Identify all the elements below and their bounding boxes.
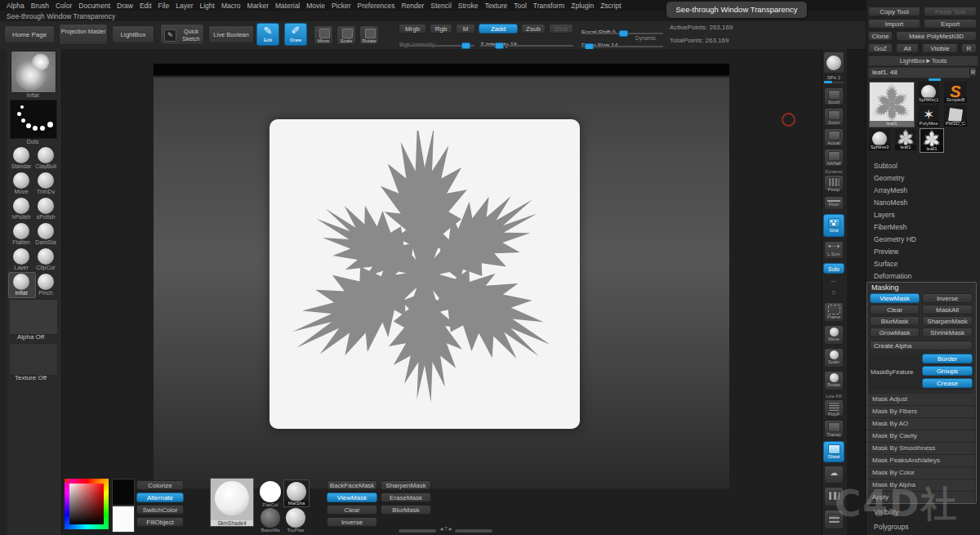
brush-spolish[interactable]: sPolish — [34, 198, 57, 220]
canvas-hscroll-handle[interactable]: ◄T► — [439, 526, 453, 532]
mask-by-ao-item[interactable]: Mask By AO — [867, 417, 974, 430]
ghost-button[interactable]: Ghost — [823, 441, 844, 462]
secondary-color-swatch[interactable] — [112, 506, 135, 533]
apply-item[interactable]: Apply — [867, 491, 974, 503]
texture-slot[interactable] — [9, 343, 58, 376]
goz-button[interactable]: GoZ — [868, 43, 893, 53]
make-polymesh3d-button[interactable]: Make PolyMesh3D — [896, 31, 977, 41]
mrgb-button[interactable]: Mrgb — [399, 24, 426, 33]
menu-render[interactable]: Render — [401, 2, 424, 10]
persp-button[interactable]: Persp — [824, 175, 844, 191]
section-nanomesh[interactable]: NanoMesh — [867, 197, 980, 209]
current-brush-thumbnail[interactable] — [11, 51, 56, 93]
brush-damstandard[interactable]: DamSta — [34, 223, 57, 245]
menu-edit[interactable]: Edit — [140, 2, 152, 10]
brush-standard[interactable]: Standar — [10, 147, 33, 169]
grid-mode-button[interactable]: Grid — [823, 214, 844, 237]
shelf-move-button[interactable]: Move — [824, 325, 844, 345]
quick-material-matsha[interactable]: MatSha — [283, 479, 310, 507]
main-color-swatch[interactable] — [112, 479, 135, 506]
brush-clipcurve[interactable]: ClipCur — [34, 248, 57, 270]
quick-material-toyplas[interactable]: ToyPlas — [283, 508, 308, 533]
menu-picker[interactable]: Picker — [332, 2, 351, 10]
menu-alpha[interactable]: Alpha — [7, 2, 24, 10]
stroke-thumbnail[interactable] — [10, 100, 57, 139]
polyframe-button[interactable]: PolyF — [824, 399, 844, 417]
brush-layer[interactable]: Layer — [10, 248, 33, 270]
actual-button[interactable]: Actual — [824, 128, 844, 146]
scroll-button[interactable]: Scroll — [824, 87, 844, 105]
edit-button[interactable]: ✎ Edit — [256, 23, 279, 46]
mask-by-color-item[interactable]: Mask By Color — [867, 466, 974, 479]
bpr-render-button[interactable] — [823, 51, 844, 74]
inverse-bottom-button[interactable]: Inverse — [327, 517, 377, 527]
mask-by-alpha-item[interactable]: Mask By Alpha — [867, 479, 974, 491]
widget-magnifier-icon[interactable]: ○ — [828, 288, 840, 297]
menu-light[interactable]: Light — [200, 2, 215, 10]
current-material-thumbnail[interactable]: SkinShade4 — [210, 478, 254, 527]
focal-shift-slider[interactable]: Focal Shift 0 — [581, 23, 665, 35]
tool-thumb-polymesh-star[interactable]: ✶ PolyMes — [918, 105, 939, 127]
menu-file[interactable]: File — [158, 2, 170, 10]
brush-inflat[interactable]: Inflat — [10, 274, 33, 296]
section-surface[interactable]: Surface — [867, 258, 980, 270]
menu-brush[interactable]: Brush — [31, 2, 49, 10]
lightbox-tools-bar[interactable]: LightBox►Tools — [868, 56, 978, 66]
tool-thumb-simplebrush[interactable]: S SimpleB — [944, 82, 967, 103]
local-symmetry-button[interactable]: ⇠⇢L.Sym — [824, 241, 844, 259]
zoom-button[interactable]: Zoom — [824, 108, 844, 126]
menu-layer[interactable]: Layer — [176, 2, 193, 10]
tool-thumb-leaf-selected[interactable]: leaf1 — [920, 128, 944, 153]
home-page-button[interactable]: Home Page — [4, 25, 55, 43]
menu-zplugin[interactable]: Zplugin — [571, 2, 594, 10]
draw-button[interactable]: ✐ Draw — [284, 23, 307, 46]
menu-document[interactable]: Document — [78, 2, 110, 10]
xpose-button[interactable] — [824, 487, 844, 506]
tool-thumb-sphere3[interactable]: Sphere3 — [869, 129, 890, 150]
section-geometry[interactable]: Geometry — [867, 172, 980, 185]
section-preview[interactable]: Preview — [867, 246, 980, 258]
tool-thumb-leaf-a[interactable]: leaf1 — [895, 129, 916, 150]
create-alpha-button[interactable]: Create Alpha — [870, 341, 973, 350]
color-picker[interactable] — [65, 479, 109, 529]
switchcolor-button[interactable]: SwitchColor — [136, 505, 184, 515]
mask-adjust-item[interactable]: Mask Adjust — [867, 393, 974, 405]
zadd-button[interactable]: Zadd — [479, 24, 518, 33]
viewmask-bottom-button[interactable]: ViewMask — [327, 493, 377, 502]
section-arraymesh[interactable]: ArrayMesh — [867, 185, 980, 197]
fillobject-button[interactable]: FillObject — [136, 517, 184, 527]
section-polygroups[interactable]: Polygroups — [867, 521, 980, 533]
groups-button[interactable]: Groups — [922, 366, 973, 376]
section-layers[interactable]: Layers — [867, 209, 980, 221]
rgb-button[interactable]: Rgb — [430, 24, 452, 33]
frame-button[interactable]: Frame — [824, 302, 844, 322]
aahalf-button[interactable]: AAHalf — [824, 149, 844, 167]
clone-button[interactable]: Clone — [868, 31, 893, 41]
section-deformation[interactable]: Deformation — [867, 270, 980, 283]
menu-macro[interactable]: Macro — [221, 2, 241, 10]
active-tool-thumbnail[interactable]: leaf1 — [869, 82, 915, 127]
alpha-slot[interactable] — [9, 299, 58, 335]
clear-button[interactable]: Clear — [870, 305, 920, 314]
blurmask-bottom-button[interactable]: BlurMask — [381, 505, 431, 515]
colorize-button[interactable]: Colorize — [136, 480, 184, 490]
paste-tool-button[interactable]: Paste Tool — [924, 7, 977, 16]
section-fibermesh[interactable]: FiberMesh — [867, 221, 980, 234]
tool-thumb-sphere1[interactable]: Sphere(1 — [918, 82, 939, 103]
see-through-tooltip-button[interactable]: See-through Window Transparency — [666, 2, 807, 18]
shelf-rotate-button[interactable]: Rotate — [824, 371, 844, 390]
brush-hpolish[interactable]: hPolish — [10, 198, 33, 220]
dynamic-persp-label[interactable]: Dynamic — [822, 169, 846, 174]
menu-tool[interactable]: Tool — [514, 2, 527, 10]
rotate-gyro-button[interactable]: Rotate — [359, 25, 379, 45]
menu-material[interactable]: Material — [275, 2, 300, 10]
active-tool-header[interactable]: leaf1. 48 — [868, 67, 971, 78]
section-visibility[interactable]: Visibility — [867, 506, 980, 519]
sharpenmask-button[interactable]: SharpenMask — [922, 316, 973, 326]
goz-all-button[interactable]: All — [896, 43, 919, 53]
shrinkmask-button[interactable]: ShrinkMask — [922, 328, 973, 337]
quick-sketch-button[interactable]: ✎ Quick Sketch — [160, 24, 204, 45]
cloud-render-button[interactable]: ☁ — [824, 466, 844, 484]
mask-by-cavity-item[interactable]: Mask By Cavity — [867, 430, 974, 442]
import-button[interactable]: Import — [868, 19, 920, 29]
